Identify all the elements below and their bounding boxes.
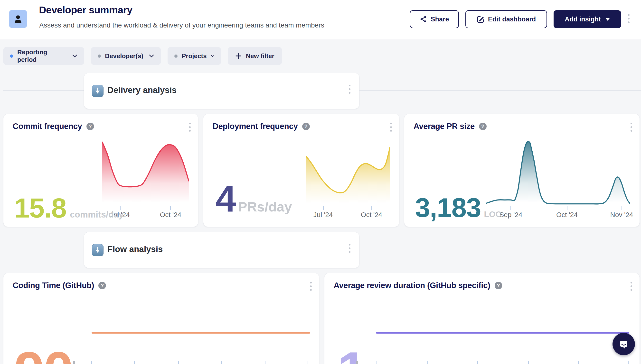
chat-widget-button[interactable]: [612, 333, 635, 355]
help-question-icon[interactable]: [479, 123, 487, 130]
section-divider: [360, 90, 641, 91]
section-title: Flow analysis: [107, 244, 163, 254]
card-menu-button[interactable]: [629, 280, 634, 292]
kpi-deployment-frequency: 4 PRs/day: [215, 180, 292, 217]
kebab-menu-icon: [628, 14, 629, 16]
card-average-pr-size: Average PR size Sep '24Oct '24Nov '24 3,…: [404, 114, 640, 227]
add-insight-button-label: Add insight: [565, 16, 601, 23]
new-filter-button[interactable]: New filter: [228, 47, 282, 65]
filter-chip-label: Developer(s): [105, 52, 143, 60]
down-arrow-emoji-icon: [92, 85, 104, 97]
kebab-menu-icon: [630, 282, 632, 284]
header-menu-button[interactable]: [626, 13, 631, 24]
filter-chip-reporting-period[interactable]: Reporting period: [3, 47, 84, 65]
card-title: Deployment frequency: [213, 122, 298, 131]
edit-dashboard-button[interactable]: Edit dashboard: [465, 10, 547, 28]
section-divider: [360, 250, 641, 250]
x-axis-ticks: Jul '24Oct '24: [306, 206, 390, 222]
section-menu-button[interactable]: [347, 242, 352, 254]
kpi-commit-frequency: 15.8 commits/day: [14, 194, 124, 222]
tick-mark: [178, 361, 179, 364]
tick-mark: [510, 206, 511, 210]
kpi-unit: LOC: [484, 210, 501, 219]
avatar: [9, 10, 27, 28]
share-icon: [420, 16, 427, 23]
x-axis-ticks-clipped: [325, 361, 639, 364]
section-menu-button[interactable]: [347, 83, 352, 95]
deployment-frequency-sparkline: [306, 140, 390, 206]
filter-chip-developers[interactable]: Developer(s): [91, 47, 161, 65]
tick-mark: [477, 361, 478, 364]
tick-label: Jul '24: [313, 211, 333, 219]
kebab-menu-icon: [310, 282, 312, 284]
tick-label: Nov '24: [610, 211, 633, 219]
filter-inactive-dot: [174, 54, 178, 58]
tick-mark: [134, 361, 135, 364]
tick-mark: [371, 206, 372, 210]
card-coding-time: Coding Time (GitHub) 90: [3, 273, 319, 364]
section-divider: [3, 250, 84, 250]
kebab-menu-icon: [349, 85, 351, 86]
tick-label: Oct '24: [556, 211, 578, 219]
filter-chip-label: Reporting period: [17, 48, 68, 64]
tick-label: Oct '24: [160, 211, 181, 219]
help-question-icon[interactable]: [302, 123, 310, 130]
help-question-icon[interactable]: [87, 123, 94, 130]
card-title: Commit frequency: [13, 122, 82, 131]
edit-pencil-icon: [477, 15, 484, 23]
card-menu-button[interactable]: [188, 121, 192, 133]
page-title: Developer summary: [39, 4, 132, 16]
page-subtitle: Assess and understand the workload & del…: [39, 22, 324, 29]
card-title: Average PR size: [414, 122, 475, 131]
review-duration-flat-sparkline: [376, 332, 629, 334]
filter-chip-label: Projects: [182, 52, 207, 60]
tick-mark: [170, 206, 171, 210]
share-button-label: Share: [431, 16, 449, 23]
kpi-unit: PRs/day: [238, 199, 292, 214]
filter-chip-projects[interactable]: Projects: [168, 47, 221, 65]
card-menu-button[interactable]: [389, 121, 393, 133]
kpi-unit: commits/day: [70, 210, 124, 220]
tick-mark: [628, 361, 628, 364]
kpi-value-clipped: 90: [14, 344, 73, 364]
plus-icon: [235, 53, 242, 59]
card-title: Coding Time (GitHub): [13, 281, 94, 290]
tick-mark: [567, 206, 567, 210]
card-menu-button[interactable]: [308, 280, 313, 292]
developer-summary-dashboard: Developer summary Assess and understand …: [0, 0, 641, 364]
header: Developer summary Assess and understand …: [0, 0, 641, 40]
tick-label: Sep '24: [499, 211, 522, 219]
kpi-value-clipped: 1: [337, 344, 366, 364]
x-axis-ticks: Sep '24Oct '24Nov '24: [486, 206, 630, 222]
help-question-icon[interactable]: [98, 282, 106, 289]
section-divider: [3, 90, 84, 91]
card-title: Average review duration (GitHub specific…: [334, 281, 490, 290]
kebab-menu-icon: [390, 123, 392, 124]
tick-mark: [221, 361, 222, 364]
chevron-down-icon: [211, 54, 214, 58]
average-pr-size-sparkline: [486, 140, 630, 206]
coding-time-flat-sparkline: [92, 332, 310, 334]
kpi-value: 15.8: [14, 194, 66, 222]
person-icon: [13, 14, 23, 24]
kebab-menu-icon: [189, 123, 191, 124]
kpi-average-pr-size: 3,183 LOC: [415, 194, 501, 222]
tick-mark: [307, 361, 308, 364]
card-menu-button[interactable]: [629, 121, 634, 133]
help-question-icon[interactable]: [495, 282, 502, 289]
card-average-review-duration: Average review duration (GitHub specific…: [324, 273, 640, 364]
filter-active-dot: [10, 54, 13, 58]
kpi-value: 3,183: [415, 194, 481, 222]
section-header-delivery-analysis: Delivery analysis: [84, 73, 360, 109]
tick-label: Oct '24: [361, 211, 382, 219]
kebab-menu-icon: [349, 244, 351, 246]
x-axis-ticks-clipped: [4, 361, 319, 364]
add-insight-button[interactable]: Add insight: [554, 10, 621, 28]
kebab-menu-icon: [630, 123, 632, 124]
chevron-down-icon: [149, 54, 154, 58]
new-filter-label: New filter: [246, 52, 274, 60]
edit-dashboard-button-label: Edit dashboard: [488, 16, 536, 23]
chevron-down-icon: [72, 54, 78, 58]
share-button[interactable]: Share: [410, 10, 459, 28]
filter-inactive-dot: [98, 54, 101, 58]
